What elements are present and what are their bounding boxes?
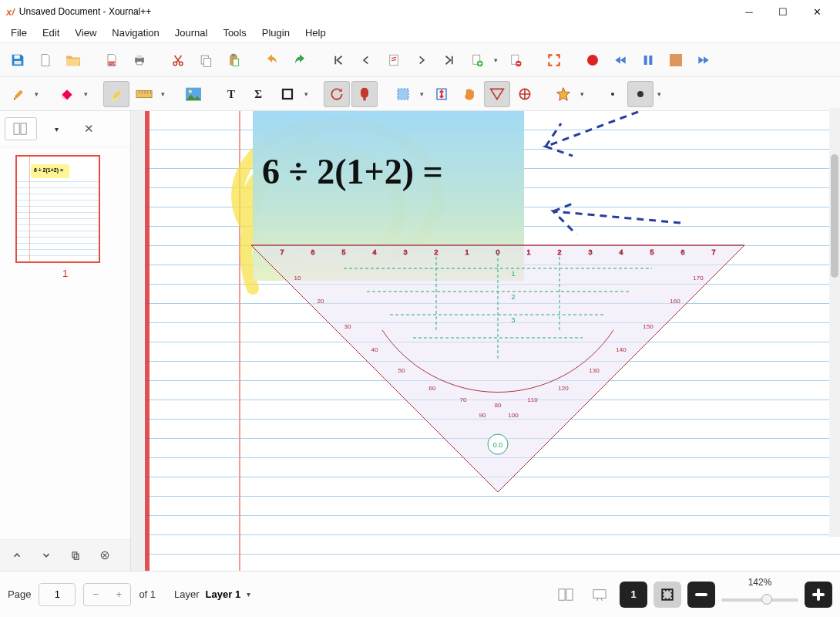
close-window-button[interactable]: ✕ [800,1,834,22]
sidebar-view-dropdown[interactable] [42,117,71,140]
zoom-out-button[interactable] [687,582,715,608]
sidebar-delete[interactable] [92,545,117,566]
page-sheet[interactable]: 6 ÷ 2(1+2) = 765432101234567 123 [145,111,840,571]
insert-page-dropdown[interactable] [490,56,501,64]
pen-dropdown[interactable] [31,90,42,98]
rewind-button[interactable] [607,47,633,73]
insert-page-button[interactable] [464,47,490,73]
minimize-button[interactable]: ─ [732,1,766,22]
svg-point-35 [637,91,643,97]
print-button[interactable] [126,47,153,73]
delete-page-button[interactable] [502,47,529,73]
open-folder-button[interactable] [60,47,86,73]
pause-button[interactable] [635,47,661,73]
favorite-dropdown[interactable] [576,90,587,98]
sidebar-move-down[interactable] [34,545,59,566]
cut-button[interactable] [165,47,191,73]
redo-button[interactable] [287,47,313,73]
highlighter-dropdown[interactable] [157,90,168,98]
favorite-button[interactable] [550,81,576,107]
svg-rect-13 [233,59,239,66]
hand-tool[interactable] [456,81,482,107]
menu-navigation[interactable]: Navigation [104,25,166,41]
compass-tool[interactable] [512,81,538,107]
window-title: Unsaved Document - Xournal++ [19,6,732,17]
copy-button[interactable] [193,47,219,73]
eraser-tool[interactable] [54,81,80,107]
thin-stroke-button[interactable] [600,81,626,107]
menu-file[interactable]: File [3,25,35,41]
blue-arrow-1 [530,111,646,162]
svg-rect-20 [644,56,647,65]
page-number-input[interactable]: 1 [39,583,76,606]
svg-rect-29 [283,89,292,99]
svg-rect-91 [695,593,707,596]
sidebar-view-selector[interactable] [5,117,37,140]
maximize-button[interactable]: ☐ [766,1,800,22]
svg-rect-0 [14,55,19,59]
zoom-slider[interactable] [721,598,798,602]
svg-rect-88 [566,588,573,599]
image-tool[interactable] [180,81,207,107]
svg-rect-37 [21,123,26,134]
svg-rect-90 [662,589,673,600]
page-decrement[interactable]: − [84,584,107,605]
svg-text:PDF: PDF [109,61,116,65]
last-page-button[interactable] [436,47,462,73]
highlighter-tool[interactable] [103,81,129,107]
forward-button[interactable] [690,47,717,73]
zoom-value: 142% [748,577,772,588]
sidebar-move-up[interactable] [5,545,29,566]
select-dropdown[interactable] [416,90,427,98]
vertical-scrollbar[interactable] [829,111,840,537]
shape-tool[interactable] [274,81,301,107]
menu-plugin[interactable]: Plugin [254,25,297,41]
save-button[interactable] [5,47,31,73]
page-label: Page [8,588,31,600]
sidebar-close-button[interactable]: ✕ [76,117,102,140]
next-page-button[interactable] [408,47,435,73]
record-button[interactable] [580,47,606,73]
presentation-button[interactable] [586,582,613,608]
new-doc-button[interactable] [32,47,59,73]
zoom-in-button[interactable] [805,582,832,608]
vertical-space-tool[interactable] [428,81,455,107]
equation-image [253,111,524,281]
zoom-100-button[interactable]: 1 [620,582,647,608]
select-rect-tool[interactable] [390,81,416,107]
pen-tool[interactable] [5,81,31,107]
toolbar-tools: T Σ [0,77,840,111]
app-logo: x/ [6,6,15,18]
svg-rect-5 [137,55,143,58]
prev-page-button[interactable] [353,47,379,73]
stroke-dropdown[interactable] [654,90,664,98]
medium-stroke-button[interactable] [627,81,654,107]
menu-help[interactable]: Help [297,25,334,41]
layer-dropdown-icon[interactable]: ▾ [247,590,250,598]
eraser-dropdown[interactable] [80,90,91,98]
canvas-area[interactable]: 6 ÷ 2(1+2) = 765432101234567 123 [131,111,840,571]
undo-button[interactable] [259,47,285,73]
paste-button[interactable] [220,47,247,73]
fullscreen-button[interactable] [541,47,567,73]
shape-dropdown[interactable] [301,90,311,98]
menu-tools[interactable]: Tools [215,25,254,41]
setsquare-tool[interactable] [484,81,510,107]
page-increment[interactable]: + [107,584,130,605]
grid-snap-button[interactable] [351,81,378,107]
zoom-fit-button[interactable] [654,582,681,608]
menu-edit[interactable]: Edit [35,25,67,41]
first-page-button[interactable] [325,47,351,73]
latex-tool[interactable]: Σ [247,81,273,107]
page-thumbnail-1[interactable]: 6 ÷ 2(1+2) = [15,155,100,263]
rotate-snap-button[interactable] [324,81,350,107]
text-tool[interactable]: T [219,81,245,107]
sidebar-duplicate[interactable] [63,545,88,566]
menu-journal[interactable]: Journal [167,25,216,41]
annotated-page-button[interactable] [381,47,407,73]
export-pdf-button[interactable]: PDF [99,47,125,73]
ruler-tool[interactable] [131,81,157,107]
paired-pages-button[interactable] [552,582,580,608]
menu-view[interactable]: View [67,25,104,41]
stop-button[interactable] [663,47,689,73]
